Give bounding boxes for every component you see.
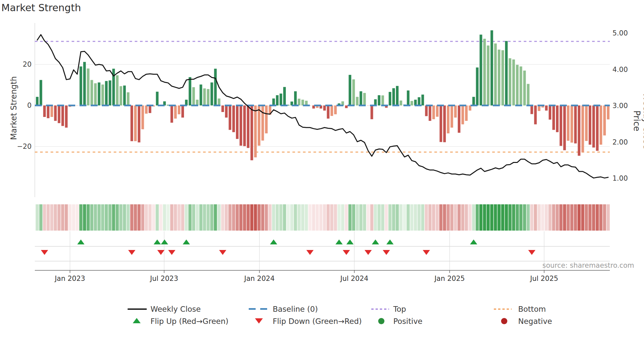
heatmap-cell	[236, 204, 239, 231]
heatmap-cell	[559, 204, 563, 231]
strength-bar	[585, 105, 588, 141]
strength-bar	[519, 66, 522, 105]
strength-bar	[199, 84, 202, 105]
heatmap-cell	[566, 204, 570, 231]
heatmap-cell	[43, 204, 46, 231]
strength-bar	[189, 77, 191, 105]
strength-bar	[334, 105, 337, 114]
heatmap-cell	[265, 204, 268, 231]
heatmap-cell	[512, 204, 515, 231]
strength-bar	[276, 95, 279, 105]
heatmap-cell	[334, 204, 337, 231]
heatmap-cell	[523, 204, 526, 231]
heatmap-cell	[483, 204, 486, 231]
heatmap-cell	[505, 204, 508, 231]
strength-bar	[410, 101, 413, 105]
heatmap-cell	[501, 204, 504, 231]
heatmap-cell	[461, 204, 465, 231]
flip-down-marker	[364, 250, 372, 255]
flip-down-marker	[528, 250, 536, 255]
strength-bar	[378, 95, 380, 105]
strength-bar	[243, 105, 246, 146]
heatmap-cell	[141, 204, 145, 231]
strength-bar	[607, 105, 610, 120]
x-tick-label: Jul 2025	[521, 275, 567, 283]
heatmap-cell	[65, 204, 68, 231]
heatmap-cell	[432, 204, 435, 231]
strength-bar	[374, 99, 377, 105]
x-tick-label: Jul 2023	[141, 275, 187, 283]
strength-bar	[371, 105, 373, 119]
strength-bar	[65, 105, 68, 128]
left-tick-label: 20	[2, 60, 32, 69]
heatmap-cell	[396, 204, 399, 231]
strength-bar	[501, 50, 504, 105]
strength-bar	[458, 105, 460, 133]
heatmap-cell	[61, 204, 64, 231]
strength-bar	[512, 59, 515, 105]
heatmap-cell	[312, 204, 315, 231]
strength-bar	[174, 105, 177, 119]
strength-bar	[491, 30, 493, 105]
heatmap-cell	[538, 204, 541, 231]
flip-up-marker	[372, 239, 379, 244]
right-tick-label: 5.00	[612, 29, 628, 37]
heatmap-cell	[327, 204, 330, 231]
heatmap-cell	[359, 204, 363, 231]
strength-bar	[574, 105, 577, 144]
heatmap-cell	[592, 204, 595, 231]
right-tick-label: 1.00	[612, 174, 628, 183]
heatmap-cell	[174, 204, 177, 231]
heatmap-cell	[428, 204, 432, 231]
negative-circle-icon	[501, 318, 507, 324]
heatmap-cell	[287, 204, 290, 231]
heatmap-cell	[261, 204, 264, 231]
heatmap-cell	[406, 204, 410, 231]
strength-bar	[436, 105, 439, 117]
strength-bar	[534, 105, 537, 124]
heatmap-cell	[603, 204, 606, 231]
strength-bar	[432, 105, 435, 119]
heatmap-cell	[443, 204, 446, 231]
strength-bar	[123, 85, 126, 105]
strength-bar	[578, 105, 580, 156]
heatmap-cell	[337, 204, 341, 231]
strength-bar	[280, 94, 282, 105]
heatmap-cell	[588, 204, 592, 231]
strength-bar	[538, 105, 540, 111]
flip-up-marker	[270, 239, 277, 244]
strength-bar	[422, 95, 424, 105]
heatmap-cell	[530, 204, 534, 231]
strength-bar	[414, 100, 417, 106]
heatmap-cell	[214, 204, 217, 231]
heatmap-cell	[388, 204, 392, 231]
heatmap-cell	[137, 204, 141, 231]
strength-bar	[429, 105, 431, 121]
strength-bar	[552, 105, 555, 130]
heatmap-cell	[228, 204, 232, 231]
heatmap-cell	[534, 204, 537, 231]
heatmap-cell	[319, 204, 323, 231]
heatmap-cell	[323, 204, 326, 231]
strength-bar	[181, 105, 184, 118]
heatmap-cell	[232, 204, 235, 231]
strength-bar	[367, 105, 370, 106]
heatmap-cell	[50, 204, 54, 231]
strength-bar	[207, 89, 210, 105]
strength-bar	[236, 105, 239, 139]
strength-bar	[262, 105, 264, 141]
heatmap-cell	[123, 204, 126, 231]
flip-down-triangle-icon	[255, 318, 263, 324]
heatmap-cell	[421, 204, 425, 231]
heatmap-cell	[399, 204, 402, 231]
strength-bar	[560, 105, 562, 146]
heatmap-cell	[563, 204, 566, 231]
heatmap-cell	[254, 204, 257, 231]
strength-bar	[116, 75, 119, 105]
strength-bar	[221, 105, 224, 112]
flip-down-marker	[343, 250, 350, 255]
heatmap-cell	[545, 204, 548, 231]
strength-bar	[247, 105, 249, 148]
strength-bar	[603, 105, 606, 135]
heatmap-cell	[418, 204, 421, 231]
